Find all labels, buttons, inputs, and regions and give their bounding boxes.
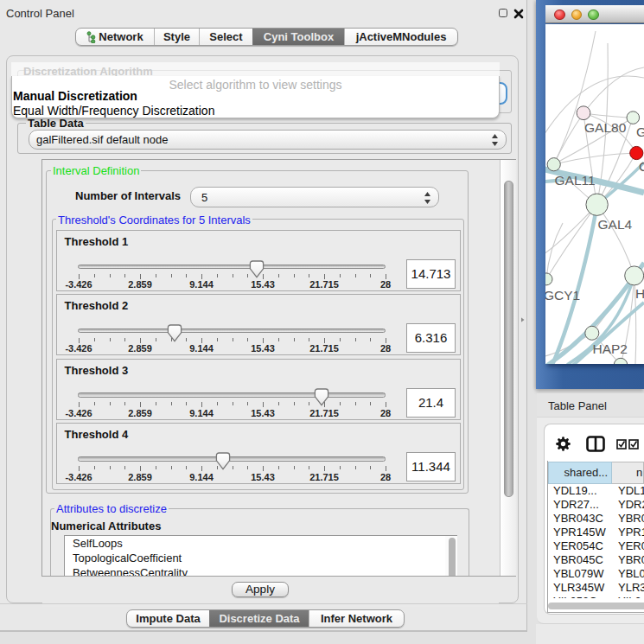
svg-text:H: H xyxy=(635,286,644,301)
svg-text:GA: GA xyxy=(636,124,644,139)
svg-text:C: C xyxy=(639,159,644,174)
svg-text:GCY1: GCY1 xyxy=(545,288,580,303)
svg-text:GAL11: GAL11 xyxy=(555,173,596,188)
svg-text:GAL4: GAL4 xyxy=(598,217,633,232)
svg-text:GAL80: GAL80 xyxy=(584,120,627,135)
svg-text:HAP2: HAP2 xyxy=(593,341,628,356)
